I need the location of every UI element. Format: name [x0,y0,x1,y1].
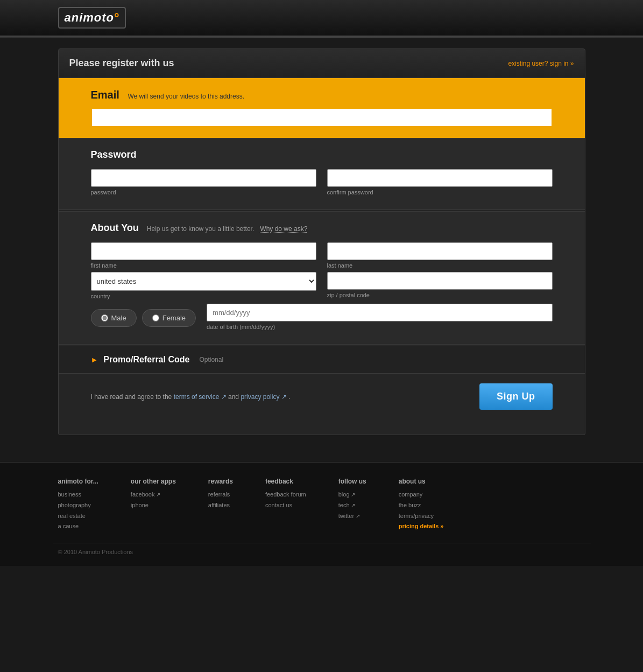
about-section: About You Help us get to know you a litt… [59,211,585,345]
gender-male-option[interactable]: Male [91,309,137,327]
dob-input[interactable] [207,304,552,321]
about-subtitle: Help us get to know you a little better. [147,225,254,233]
name-row: first name last name [91,242,553,269]
footer-col-other-apps: our other apps facebook iphone [131,478,176,532]
confirm-password-group: confirm password [327,169,553,195]
password-field-label: password [91,189,316,195]
email-input[interactable] [91,108,553,127]
privacy-link[interactable]: privacy policy ↗ [241,393,286,401]
confirm-password-field-label: confirm password [327,189,553,195]
footer-link-contact-us[interactable]: contact us [265,500,306,511]
password-label: Password [91,149,137,160]
country-zip-row: united states Canada United Kingdom Aust… [91,272,553,299]
country-label: country [91,293,316,299]
footer-col1-title: animoto for... [58,478,98,485]
footer-col6-title: about us [399,478,444,485]
promo-title: Promo/Referral Code [103,355,189,365]
footer-link-referrals[interactable]: referrals [208,489,233,500]
logo-text: animoto [65,11,115,25]
logo-dot: ° [114,10,119,25]
email-section: Email We will send your videos to this a… [59,78,585,138]
logo: animoto° [58,7,126,29]
password-group: password [91,169,316,195]
zip-input[interactable] [327,272,553,290]
zip-label: zip / postal code [327,292,553,298]
header: animoto° [0,0,643,37]
footer-link-photography[interactable]: photography [58,500,98,511]
footer-link-iphone[interactable]: iphone [131,500,176,511]
signup-button[interactable]: Sign Up [479,383,553,410]
terms-text: I have read and agree to the terms of se… [91,393,291,401]
terms-row: I have read and agree to the terms of se… [59,375,585,418]
password-input[interactable] [91,169,316,187]
zip-group: zip / postal code [327,272,553,299]
footer-link-the-buzz[interactable]: the buzz [399,500,444,511]
footer-col-feedback: feedback feedback forum contact us [265,478,306,532]
footer-col-rewards: rewards referrals affiliates [208,478,233,532]
country-group: united states Canada United Kingdom Aust… [91,272,316,299]
gender-male-radio[interactable] [101,314,108,321]
footer-link-real-estate[interactable]: real estate [58,511,98,522]
email-label: Email [91,89,119,101]
gender-female-option[interactable]: Female [142,309,196,327]
footer-link-terms-privacy[interactable]: terms/privacy [399,511,444,522]
gender-female-radio[interactable] [152,314,159,321]
country-select[interactable]: united states Canada United Kingdom Aust… [91,272,316,291]
footer-link-a-cause[interactable]: a cause [58,521,98,532]
dob-group: date of birth (mm/dd/yyyy) [207,304,552,330]
terms-middle: and [228,393,239,401]
gender-female-label: Female [162,314,186,322]
last-name-group: last name [327,242,553,269]
footer-link-twitter[interactable]: twitter [338,511,366,522]
email-subtitle: We will send your videos to this address… [128,93,244,100]
footer-inner: animoto for... business photography real… [53,478,591,532]
password-section: Password password confirm password [59,138,585,210]
why-link[interactable]: Why do we ask? [260,225,307,233]
last-name-input[interactable] [327,242,553,260]
terms-link[interactable]: terms of service ↗ [174,393,227,401]
about-label: About You [91,222,139,233]
last-name-label: last name [327,262,553,269]
footer-col3-title: rewards [208,478,233,485]
terms-prefix: I have read and agree to the [91,393,172,401]
promo-arrow-icon: ► [91,355,98,364]
gender-male-label: Male [111,314,126,322]
footer-col-about-us: about us company the buzz terms/privacy … [399,478,444,532]
footer-col4-title: feedback [265,478,306,485]
footer-col-follow-us: follow us blog tech twitter [338,478,366,532]
confirm-password-input[interactable] [327,169,553,187]
footer-col2-title: our other apps [131,478,176,485]
footer-link-blog[interactable]: blog [338,489,366,500]
footer-col-animoto-for: animoto for... business photography real… [58,478,98,532]
password-row: password confirm password [91,169,553,195]
promo-section: ► Promo/Referral Code Optional [59,346,585,374]
gender-group: Male Female [91,304,196,327]
promo-optional: Optional [199,356,223,363]
first-name-label: first name [91,262,316,269]
footer-link-business[interactable]: business [58,489,98,500]
form-container: Email We will send your videos to this a… [58,78,585,435]
footer-link-company[interactable]: company [399,489,444,500]
gender-options: Male Female [91,309,196,327]
footer-link-affiliates[interactable]: affiliates [208,500,233,511]
register-header: Please register with us existing user? s… [58,48,585,78]
footer-link-pricing-details[interactable]: pricing details » [399,521,444,532]
first-name-input[interactable] [91,242,316,260]
main-content: Please register with us existing user? s… [53,38,591,446]
footer-link-tech[interactable]: tech [338,500,366,511]
footer-link-feedback-forum[interactable]: feedback forum [265,489,306,500]
footer-link-facebook[interactable]: facebook [131,489,176,500]
dob-label: date of birth (mm/dd/yyyy) [207,324,552,330]
footer: animoto for... business photography real… [0,462,643,566]
gender-dob-row: Male Female date of birth (mm/dd/yyyy) [91,304,553,330]
footer-col5-title: follow us [338,478,366,485]
copyright: © 2010 Animoto Productions [53,543,591,555]
first-name-group: first name [91,242,316,269]
existing-user-link[interactable]: existing user? sign in » [508,60,574,67]
about-header: About You Help us get to know you a litt… [91,222,553,234]
terms-suffix: . [288,393,290,401]
password-header: Password [91,149,553,160]
page-title: Please register with us [69,58,174,69]
